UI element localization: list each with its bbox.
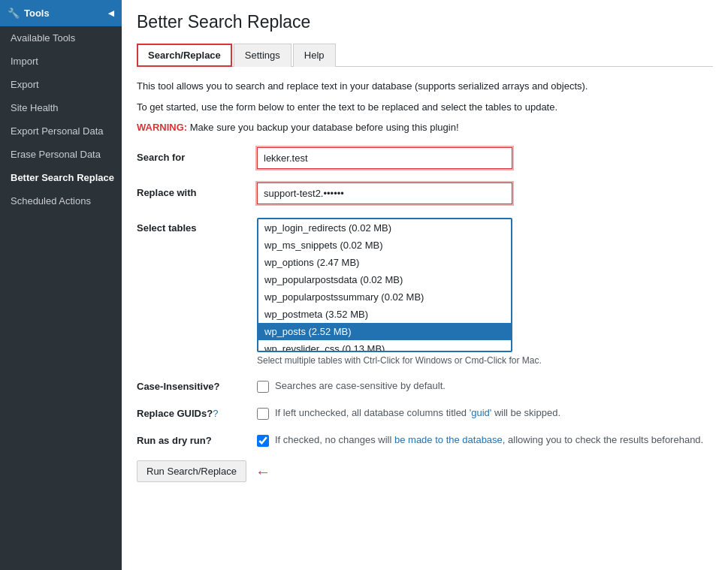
warning-label: WARNING: [137, 122, 187, 133]
case-insensitive-checkbox[interactable] [257, 381, 269, 393]
tab-help[interactable]: Help [293, 44, 336, 67]
dry-run-checkbox[interactable] [257, 435, 269, 447]
sidebar-item-label: Scheduled Actions [11, 195, 91, 207]
case-insensitive-row: Case-Insensitive? Searches are case-sens… [137, 379, 713, 393]
search-for-control [257, 147, 713, 169]
warning-text: WARNING: Make sure you backup your datab… [137, 120, 713, 135]
table-list: wp_login_redirects (0.02 MB)wp_ms_snippe… [258, 219, 511, 351]
sidebar-item-import[interactable]: Import [0, 50, 122, 73]
arrow-indicator-icon: ← [255, 464, 270, 479]
table-list-item[interactable]: wp_postmeta (3.52 MB) [258, 306, 511, 323]
sidebar-item-label: Available Tools [11, 32, 75, 44]
sidebar-item-label: Site Health [11, 102, 59, 113]
sidebar-tools-header[interactable]: 🔧 Tools ◀ [0, 0, 122, 26]
search-for-label: Search for [137, 147, 257, 163]
warning-body: Make sure you backup your database befor… [187, 122, 458, 133]
table-list-item[interactable]: wp_options (2.47 MB) [258, 254, 511, 271]
table-list-item[interactable]: wp_login_redirects (0.02 MB) [258, 219, 511, 237]
run-row: Run Search/Replace ← [137, 460, 713, 482]
table-list-item[interactable]: wp_popularpostssummary (0.02 MB) [258, 288, 511, 306]
sidebar: 🔧 Tools ◀ Available Tools Import Export … [0, 0, 122, 570]
collapse-arrow-icon: ◀ [108, 9, 114, 17]
select-tables-label: Select tables [137, 218, 257, 234]
sidebar-item-scheduled-actions[interactable]: Scheduled Actions [0, 189, 122, 213]
replace-with-row: Replace with [137, 182, 713, 204]
replace-guids-wrap: If left unchecked, all database columns … [257, 406, 560, 420]
description-line2: To get started, use the form below to en… [137, 100, 713, 115]
page-title: Better Search Replace [137, 12, 713, 32]
select-hint: Select multiple tables with Ctrl-Click f… [257, 355, 713, 366]
description-line1: This tool allows you to search and repla… [137, 79, 713, 94]
sidebar-item-label: Export [11, 79, 39, 90]
sidebar-item-export-personal-data[interactable]: Export Personal Data [0, 119, 122, 143]
dry-run-wrap: If checked, no changes will be made to t… [257, 433, 703, 447]
sidebar-tools-label: Tools [24, 8, 50, 19]
select-tables-row: Select tables wp_login_redirects (0.02 M… [137, 218, 713, 366]
sidebar-item-label: Better Search Replace [11, 172, 114, 183]
run-search-replace-button[interactable]: Run Search/Replace [137, 460, 246, 482]
replace-guids-text: If left unchecked, all database columns … [275, 406, 560, 420]
sidebar-item-label: Export Personal Data [11, 125, 104, 137]
table-list-item[interactable]: wp_revslider_css (0.13 MB) [258, 340, 511, 351]
replace-input[interactable] [257, 182, 512, 204]
search-for-row: Search for [137, 147, 713, 169]
case-insensitive-label: Case-Insensitive? [137, 379, 257, 392]
sidebar-item-erase-personal-data[interactable]: Erase Personal Data [0, 143, 122, 166]
replace-guids-checkbox[interactable] [257, 408, 269, 420]
table-list-item[interactable]: wp_posts (2.52 MB) [258, 323, 511, 340]
case-insensitive-text: Searches are case-sensitive by default. [275, 379, 446, 393]
sidebar-item-site-health[interactable]: Site Health [0, 96, 122, 119]
search-input[interactable] [257, 147, 512, 169]
main-content: Better Search Replace Search/Replace Set… [122, 0, 728, 570]
select-tables-control: wp_login_redirects (0.02 MB)wp_ms_snippe… [257, 218, 713, 366]
replace-with-control [257, 182, 713, 204]
replace-with-label: Replace with [137, 182, 257, 198]
tab-settings[interactable]: Settings [234, 44, 292, 67]
case-insensitive-wrap: Searches are case-sensitive by default. [257, 379, 446, 393]
dry-run-text: If checked, no changes will be made to t… [275, 433, 703, 447]
table-select-wrapper: wp_login_redirects (0.02 MB)wp_ms_snippe… [257, 218, 512, 352]
dry-run-row: Run as dry run? If checked, no changes w… [137, 433, 713, 447]
table-list-item[interactable]: wp_ms_snippets (0.02 MB) [258, 237, 511, 254]
dry-run-label: Run as dry run? [137, 433, 257, 446]
sidebar-item-label: Import [11, 56, 38, 67]
wrench-icon: 🔧 [8, 8, 20, 19]
replace-guids-label: Replace GUIDs?? [137, 406, 257, 419]
table-list-item[interactable]: wp_popularpostsdata (0.02 MB) [258, 271, 511, 288]
sidebar-item-label: Erase Personal Data [11, 149, 101, 160]
sidebar-item-export[interactable]: Export [0, 73, 122, 96]
replace-guids-row: Replace GUIDs?? If left unchecked, all d… [137, 406, 713, 420]
sidebar-item-better-search-replace[interactable]: Better Search Replace [0, 166, 122, 189]
tabs-bar: Search/Replace Settings Help [137, 43, 713, 67]
replace-guids-link[interactable]: ? [213, 408, 218, 419]
tab-search-replace[interactable]: Search/Replace [137, 44, 232, 67]
sidebar-item-available-tools[interactable]: Available Tools [0, 26, 122, 50]
